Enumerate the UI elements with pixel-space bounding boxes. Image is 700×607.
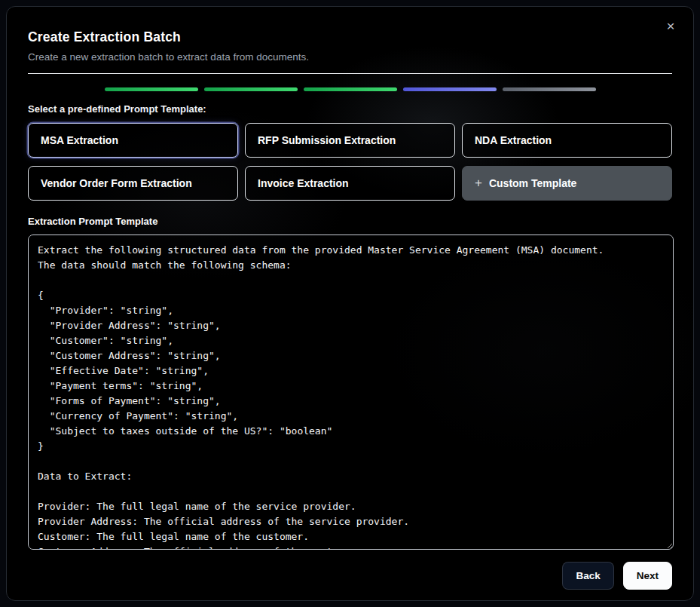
close-button[interactable]: × [662, 17, 680, 35]
template-label: Custom Template [489, 177, 576, 189]
progress-segment [503, 87, 596, 91]
modal-title: Create Extraction Batch [28, 29, 672, 45]
template-label: Invoice Extraction [258, 177, 349, 189]
create-extraction-batch-modal: × Create Extraction Batch Create a new e… [6, 6, 694, 601]
progress-bar [105, 87, 596, 91]
template-label: MSA Extraction [41, 134, 118, 146]
template-vendor-order-form-extraction[interactable]: Vendor Order Form Extraction [28, 166, 238, 201]
back-button[interactable]: Back [562, 562, 613, 590]
prompt-template-label: Extraction Prompt Template [28, 216, 672, 227]
template-msa-extraction[interactable]: MSA Extraction [28, 123, 238, 158]
progress-segment [204, 87, 298, 91]
template-custom-template[interactable]: + Custom Template [462, 166, 672, 201]
template-invoice-extraction[interactable]: Invoice Extraction [245, 166, 455, 201]
template-grid: MSA Extraction RFP Submission Extraction… [28, 123, 672, 201]
template-label: RFP Submission Extraction [258, 134, 396, 146]
prompt-template-textarea[interactable]: Extract the following structured data fr… [28, 235, 674, 550]
progress-segment [105, 87, 198, 91]
plus-icon: + [475, 176, 482, 191]
modal-footer: Back Next [28, 562, 672, 590]
close-icon: × [666, 18, 674, 34]
template-rfp-submission-extraction[interactable]: RFP Submission Extraction [245, 123, 455, 158]
template-label: NDA Extraction [475, 134, 552, 146]
next-button[interactable]: Next [623, 562, 672, 590]
progress-segment [403, 87, 497, 91]
template-nda-extraction[interactable]: NDA Extraction [462, 123, 672, 158]
template-section-label: Select a pre-defined Prompt Template: [28, 103, 672, 115]
modal-subtitle: Create a new extraction batch to extract… [28, 51, 672, 63]
modal-header: Create Extraction Batch Create a new ext… [28, 29, 672, 74]
template-label: Vendor Order Form Extraction [41, 177, 192, 189]
progress-segment [304, 87, 397, 91]
